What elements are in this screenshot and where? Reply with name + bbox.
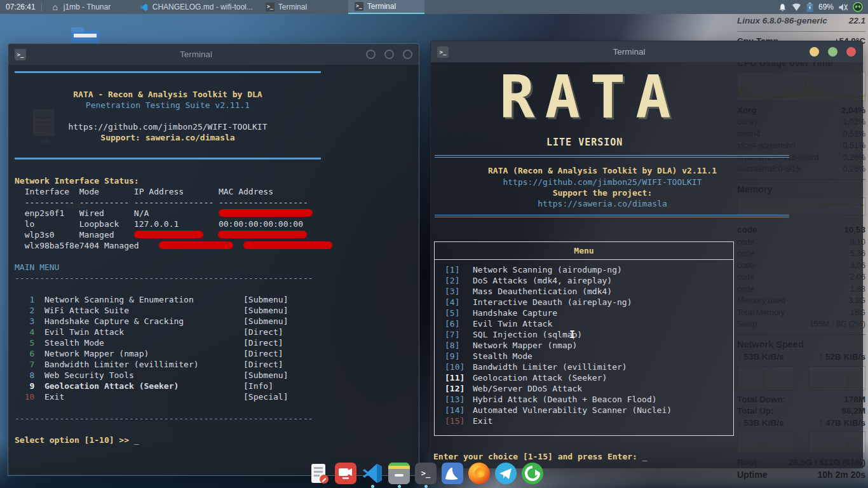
dock-item-vscode[interactable] bbox=[361, 463, 384, 488]
window-title: Terminal bbox=[449, 47, 810, 57]
main-menu-heading: MAIN MENU bbox=[15, 262, 419, 273]
banner-support-url: https://saweria.co/dimasla bbox=[431, 198, 774, 209]
close-button[interactable] bbox=[846, 47, 856, 57]
menu-item[interactable]: 9 Geolocation Attack (Seeker) [Info] bbox=[15, 381, 419, 391]
volume-muted-icon[interactable] bbox=[838, 3, 848, 12]
redacted-bar bbox=[134, 231, 203, 238]
banner-title: RATA (Recon & Analysis Toolkit by DLA) v… bbox=[431, 165, 774, 176]
menu-item[interactable]: [8]Network Mapper (nmap) bbox=[445, 340, 733, 351]
dock-item-screen-recorder[interactable] bbox=[334, 463, 357, 488]
menu-item[interactable]: [10]Bandwidth Limiter (evillimiter) bbox=[445, 362, 733, 372]
menu-item-label: Exit bbox=[44, 392, 243, 402]
menu-item[interactable]: [4]Interactive Deauth (aireplay-ng) bbox=[445, 297, 733, 308]
banner-subtitle: Penetration Testing Suite v2.11.1 bbox=[15, 100, 321, 111]
menu-item-label: Network Mapper (nmap) bbox=[473, 341, 577, 350]
menu-item-tag: [Submenu] bbox=[243, 306, 288, 315]
minimize-button[interactable] bbox=[366, 50, 376, 59]
prompt-line[interactable]: Select option [1-10] >> _ bbox=[15, 435, 419, 445]
menu-item-label: Stealth Mode bbox=[473, 351, 532, 361]
menu-item[interactable]: 5 Stealth Mode [Direct] bbox=[15, 337, 419, 348]
menu-item-number: [2] bbox=[445, 275, 473, 286]
window-title: Terminal bbox=[26, 50, 366, 59]
menu-item-label: Geolocation Attack (Seeker) bbox=[44, 381, 243, 391]
menu-item[interactable]: [3]Mass Deauthentication (mdk4) bbox=[445, 286, 733, 297]
redacted-bar bbox=[218, 231, 307, 238]
terminal-content[interactable]: RATA LITE VERSION RATA (Recon & Analysis… bbox=[431, 62, 862, 468]
menu-item-tag: [Submenu] bbox=[243, 295, 288, 304]
dock-item-terminal[interactable]: >_ bbox=[414, 463, 437, 488]
system-tray: 69% bbox=[773, 2, 868, 12]
taskbar-button-2[interactable]: >_Terminal bbox=[259, 0, 348, 14]
menu-item[interactable]: 8 Web Security Tools [Submenu] bbox=[15, 370, 419, 381]
menu-item[interactable]: 2 WiFi Attack Suite [Submenu] bbox=[15, 305, 419, 316]
menu-item-number: 9 bbox=[15, 381, 44, 391]
menu-item[interactable]: [13]Hybrid Attack (Deauth + Beacon Flood… bbox=[445, 394, 733, 405]
menu-item-label: Stealth Mode bbox=[44, 338, 243, 348]
taskbar-button-0[interactable]: ⌂j1mb - Thunar bbox=[44, 0, 133, 14]
menu-item[interactable]: 7 Bandwidth Limiter (evillimiter) [Direc… bbox=[15, 359, 419, 370]
maximize-button[interactable] bbox=[828, 47, 837, 57]
menu-item-label: Evil Twin Attack bbox=[473, 319, 552, 329]
menu-item[interactable]: [15]Exit bbox=[445, 416, 733, 426]
text-cursor: _ bbox=[642, 452, 648, 461]
menu-item-number: [13] bbox=[445, 394, 473, 405]
dock-item-telegram[interactable] bbox=[494, 463, 517, 488]
menu-item-number: 8 bbox=[15, 370, 44, 380]
separator-line bbox=[15, 158, 321, 159]
menu-item[interactable]: 10 Exit [Special] bbox=[15, 391, 419, 402]
menu-item[interactable]: [14]Automated Vulnerability Scanner (Nuc… bbox=[445, 405, 733, 416]
titlebar[interactable]: >_ Terminal bbox=[431, 41, 862, 62]
menu-item[interactable]: [9]Stealth Mode bbox=[445, 351, 733, 362]
menu-item[interactable]: 6 Network Mapper (nmap) [Direct] bbox=[15, 348, 419, 359]
menu-item[interactable]: [1]Network Scanning (airodump-ng) bbox=[445, 264, 733, 275]
menu-item[interactable]: [2]DoS Attacks (mdk4, aireplay) bbox=[445, 275, 733, 286]
menu-item-number: 7 bbox=[15, 360, 44, 369]
menu-item-number: [6] bbox=[445, 318, 473, 329]
net-table-divider: ---------- ---------- ---------------- -… bbox=[15, 197, 419, 208]
minimize-button[interactable] bbox=[810, 47, 819, 57]
menu-item[interactable]: [11]Geolocation Attack (Seeker) bbox=[445, 372, 733, 383]
alien-monitor-icon[interactable] bbox=[853, 2, 863, 12]
menu-item[interactable]: [12]Web/Server DDoS Attack bbox=[445, 383, 733, 394]
menu-item-tag: [Direct] bbox=[243, 349, 283, 358]
maximize-button[interactable] bbox=[384, 50, 394, 59]
menu-item-number: [8] bbox=[445, 340, 473, 351]
menu-item[interactable]: 3 Handshake Capture & Cracking [Submenu] bbox=[15, 316, 419, 327]
taskbar: ⌂j1mb - ThunarCHANGELOG.md - wifi-tool..… bbox=[44, 0, 773, 14]
menu-item-label: Network Mapper (nmap) bbox=[44, 349, 243, 358]
wifi-signal-icon[interactable] bbox=[792, 3, 801, 11]
menu-item-label: WiFi Attack Suite bbox=[44, 306, 243, 315]
telegram-icon bbox=[495, 463, 517, 484]
text-editor-icon bbox=[308, 463, 330, 484]
menu-item-label: Handshake Capture bbox=[473, 308, 557, 318]
taskbar-button-3[interactable]: >_Terminal bbox=[348, 0, 424, 14]
battery-charging-icon[interactable] bbox=[806, 3, 814, 12]
menu-item[interactable]: [7]SQL Injection (sqlmap) bbox=[445, 329, 733, 340]
menu-item-label: Bandwidth Limiter (evillimiter) bbox=[44, 360, 243, 369]
menu-item-number: [4] bbox=[445, 297, 473, 308]
menu-item[interactable]: 1 Network Scanning & Enumeration [Submen… bbox=[15, 294, 419, 305]
menu-item[interactable]: [5]Handshake Capture bbox=[445, 308, 733, 318]
taskbar-button-1[interactable]: CHANGELOG.md - wifi-tool... bbox=[133, 0, 259, 14]
titlebar[interactable]: >_ Terminal bbox=[8, 44, 419, 65]
vscode-icon bbox=[362, 463, 383, 484]
dock-item-firefox[interactable] bbox=[468, 463, 491, 488]
terminal-content[interactable]: RATA - Recon & Analysis Toolkit by DLA P… bbox=[8, 65, 419, 475]
dock-item-text-editor[interactable] bbox=[308, 463, 330, 488]
dash-separator: ----------------------------------------… bbox=[15, 273, 419, 283]
close-button[interactable] bbox=[403, 50, 412, 59]
screen-recorder-icon bbox=[335, 463, 356, 484]
notifications-bell-icon[interactable] bbox=[778, 3, 787, 12]
menu-item[interactable]: [6]Evil Twin Attack bbox=[445, 318, 733, 329]
terminal-window-right: >_ Terminal RATA LITE VERSION RATA (Reco… bbox=[430, 41, 863, 468]
taskbar-button-label: CHANGELOG.md - wifi-tool... bbox=[153, 3, 253, 11]
running-indicator-dot bbox=[424, 485, 428, 488]
dock-item-download-manager[interactable] bbox=[521, 463, 544, 488]
dock-item-file-manager[interactable] bbox=[388, 463, 410, 488]
dock-item-wireshark[interactable] bbox=[441, 463, 464, 488]
net-table-row: wlp3s0 Managed bbox=[15, 229, 419, 240]
prompt-line[interactable]: Enter your choice [1-15] and press Enter… bbox=[433, 451, 648, 462]
net-table-row: lo Loopback 127.0.0.1 00:00:00:00:00:00 bbox=[15, 219, 419, 229]
menu-item[interactable]: 4 Evil Twin Attack [Direct] bbox=[15, 327, 419, 337]
home-icon: ⌂ bbox=[51, 3, 60, 11]
